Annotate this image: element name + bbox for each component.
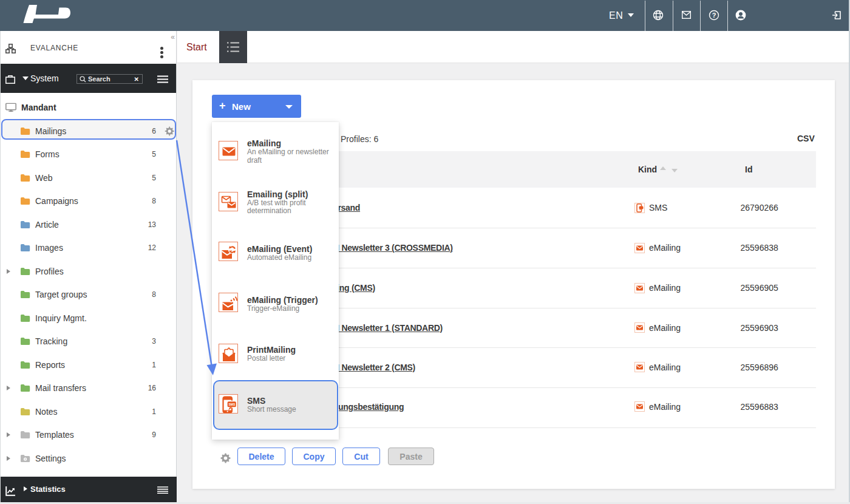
svg-text:SMS: SMS (228, 402, 236, 406)
svg-text:?: ? (712, 12, 716, 19)
